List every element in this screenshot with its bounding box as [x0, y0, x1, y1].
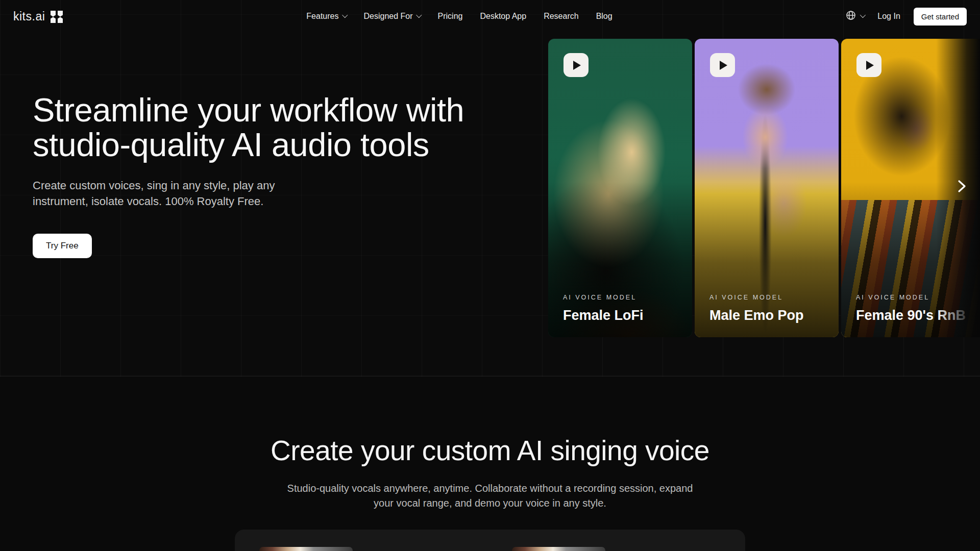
nav-item-research[interactable]: Research: [544, 12, 578, 21]
voice-model-card-male-emo-pop[interactable]: AI VOICE MODEL Male Emo Pop: [695, 39, 839, 337]
chevron-down-icon: [416, 12, 422, 17]
section-heading: Create your custom AI singing voice: [209, 434, 771, 467]
card-kicker: AI VOICE MODEL: [563, 294, 687, 301]
custom-voice-section: Create your custom AI singing voice Stud…: [0, 377, 980, 551]
card-meta: AI VOICE MODEL Female LoFi: [563, 294, 687, 323]
card-name: Female 90's RnB: [856, 308, 980, 323]
feature-card-peek: [235, 530, 745, 551]
voice-model-carousel: AI VOICE MODEL Female LoFi AI VOICE MODE…: [548, 39, 980, 337]
chevron-right-icon: [956, 179, 967, 193]
play-icon: [573, 61, 581, 70]
play-button[interactable]: [710, 53, 735, 77]
brand-wordmark: kits.ai: [13, 10, 45, 23]
voice-model-card-female-lofi[interactable]: AI VOICE MODEL Female LoFi: [548, 39, 692, 337]
get-started-button[interactable]: Get started: [914, 8, 967, 26]
play-button[interactable]: [856, 53, 881, 77]
language-selector[interactable]: [846, 10, 864, 22]
carousel-next-button[interactable]: [952, 176, 971, 198]
feature-thumbnail: [259, 547, 353, 551]
play-icon: [866, 61, 874, 70]
chevron-down-icon: [860, 12, 866, 17]
nav-right: Log In Get started: [846, 8, 967, 26]
hero-copy: Streamline your workflow with studio-qua…: [33, 93, 523, 258]
card-gradient-overlay: [695, 39, 839, 337]
hero-subheading: Create custom voices, sing in any style,…: [33, 178, 301, 209]
play-icon: [720, 61, 727, 70]
nav-item-label: Features: [306, 12, 338, 21]
nav-item-label: Blog: [596, 12, 612, 21]
feature-thumbnail: [512, 547, 605, 551]
nav-item-label: Pricing: [438, 12, 463, 21]
hero-heading: Streamline your workflow with studio-qua…: [33, 93, 497, 162]
nav-item-desktop-app[interactable]: Desktop App: [480, 12, 526, 21]
top-nav: kits.ai Features Designed For Pricing De…: [0, 0, 980, 33]
card-kicker: AI VOICE MODEL: [856, 294, 980, 301]
section-subheading: Studio-quality vocals anywhere, anytime.…: [286, 481, 694, 511]
card-meta: AI VOICE MODEL Female 90's RnB: [856, 294, 980, 323]
nav-item-blog[interactable]: Blog: [596, 12, 612, 21]
globe-icon: [846, 10, 856, 22]
card-gradient-overlay: [548, 39, 692, 337]
login-link[interactable]: Log In: [877, 12, 900, 21]
card-name: Female LoFi: [563, 308, 687, 323]
nav-item-label: Desktop App: [480, 12, 526, 21]
card-meta: AI VOICE MODEL Male Emo Pop: [709, 294, 834, 323]
chevron-down-icon: [342, 12, 348, 17]
logo-mark-icon: [50, 11, 63, 23]
nav-item-label: Designed For: [363, 12, 412, 21]
card-kicker: AI VOICE MODEL: [709, 294, 834, 301]
nav-item-label: Research: [544, 12, 578, 21]
try-free-button[interactable]: Try Free: [33, 234, 92, 258]
brand-logo[interactable]: kits.ai: [13, 10, 63, 23]
play-button[interactable]: [564, 53, 589, 77]
nav-item-features[interactable]: Features: [306, 12, 346, 21]
nav-menu: Features Designed For Pricing Desktop Ap…: [306, 0, 612, 33]
card-name: Male Emo Pop: [709, 308, 834, 323]
nav-item-pricing[interactable]: Pricing: [438, 12, 463, 21]
nav-item-designed-for[interactable]: Designed For: [363, 12, 420, 21]
